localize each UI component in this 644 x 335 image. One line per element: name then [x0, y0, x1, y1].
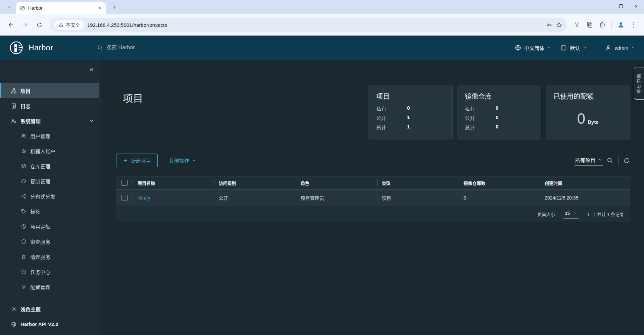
cell-role: 项目管理员 — [296, 194, 377, 201]
maximize-button[interactable] — [613, 0, 629, 12]
sidebar-item-registries[interactable]: 仓库管理 — [0, 159, 101, 174]
row-checkbox[interactable] — [121, 195, 128, 201]
tab-close-button[interactable]: × — [97, 5, 103, 11]
quota-summary-card: 已使用的配额 0 Byte — [546, 86, 630, 139]
main-content: 项目 项目 私有0 公开1 总计1 镜像仓库 私有0 公开0 总计0 — [101, 60, 644, 335]
plus-icon — [123, 158, 128, 163]
tab-search-button[interactable] — [4, 2, 14, 12]
harbor-brand[interactable]: Harbor — [0, 36, 70, 60]
chevron-down-icon — [89, 118, 94, 123]
sidebar-footer: 浅色主题 Harbor API V2.0 — [0, 301, 101, 335]
column-header-type[interactable]: 类型 — [377, 176, 459, 189]
sidebar-item-user-management[interactable]: 用户管理 — [0, 128, 101, 144]
page-size-select[interactable]: 15 — [563, 210, 578, 219]
language-selector[interactable]: 中文简体 — [514, 44, 551, 51]
project-scope-select[interactable]: 所有项目 — [575, 155, 603, 166]
extensions-puzzle-icon[interactable] — [597, 19, 608, 31]
tab-title: Harbor — [28, 5, 94, 11]
sidebar-item-distribution[interactable]: 分布式分发 — [0, 189, 101, 204]
address-bar[interactable]: 不安全 192.168.4.250:5001/harbor/projects — [50, 18, 567, 32]
sidebar-item-projects[interactable]: 项目 — [0, 83, 99, 98]
sidebar-item-interrogation-services[interactable]: 审查服务 — [0, 234, 101, 249]
globe-icon — [514, 44, 522, 51]
collapse-sidebar-icon[interactable]: « — [90, 65, 93, 73]
table-row[interactable]: library 公开 项目管理员 项目 0 2024/11/8 20:35 — [116, 189, 630, 206]
toolbar-separator — [618, 156, 618, 166]
column-header-created[interactable]: 创建时间 — [540, 176, 630, 189]
user-name: admin — [614, 45, 628, 51]
chevron-down-icon — [583, 46, 587, 50]
minimize-button[interactable]: – — [598, 0, 613, 12]
copy-pages-icon[interactable] — [584, 19, 595, 31]
sun-icon — [11, 306, 17, 312]
sidebar-nav: 项目 日志 系统管理 用户管理 机器人账户 仓库管理 — [0, 79, 101, 301]
warning-icon — [58, 22, 64, 27]
new-tab-button[interactable] — [109, 2, 119, 12]
action-bar: 新建项目 其他操作 所有项目 — [116, 154, 630, 167]
url-text[interactable]: 192.168.4.250:5001/harbor/projects — [87, 22, 542, 28]
forward-icon[interactable] — [19, 18, 32, 31]
brand-name: Harbor — [29, 43, 53, 52]
browser-menu-icon[interactable]: ⋮ — [628, 19, 639, 31]
sidebar-item-configuration[interactable]: 配置管理 — [0, 279, 101, 294]
new-project-button[interactable]: 新建项目 — [116, 154, 158, 167]
language-label: 中文简体 — [524, 44, 544, 51]
extension-v-icon[interactable]: V — [571, 19, 583, 31]
shield-icon — [21, 239, 27, 244]
summary-cards: 项目 私有0 公开1 总计1 镜像仓库 私有0 公开0 总计0 — [368, 86, 630, 139]
close-button[interactable]: × — [629, 0, 644, 12]
table-search-icon[interactable] — [606, 157, 613, 164]
page-title: 项目 — [123, 90, 143, 105]
sidebar-item-project-quotas[interactable]: 项目定额 — [0, 219, 101, 234]
security-label: 不安全 — [66, 21, 80, 28]
reload-icon[interactable] — [33, 18, 46, 31]
project-link[interactable]: library — [138, 195, 150, 201]
harbor-api-link[interactable]: Harbor API V2.0 — [0, 317, 101, 332]
users-icon — [21, 133, 27, 139]
back-icon[interactable] — [5, 18, 17, 31]
table-footer: 页面大小 15 1 - 1 共计 1 条记录 — [116, 206, 630, 222]
cube-icon — [21, 163, 27, 169]
event-log-label: 事件日志 — [636, 73, 642, 94]
password-key-icon[interactable] — [546, 21, 552, 28]
search-input[interactable] — [106, 45, 247, 51]
harbor-logo-icon — [9, 40, 24, 55]
cell-type: 项目 — [377, 194, 459, 201]
browser-toolbar: 不安全 192.168.4.250:5001/harbor/projects V… — [0, 14, 644, 36]
sidebar-item-garbage-collection[interactable]: 清理服务 — [0, 249, 101, 264]
projects-table: 项目名称 访问级别 角色 类型 镜像仓库数 创建时间 library 公开 项目… — [116, 176, 630, 222]
harbor-header: Harbor 中文简体 默认 admin — [0, 36, 644, 60]
event-log-tab[interactable]: 事件日志 — [634, 67, 644, 100]
other-actions-dropdown[interactable]: 其他操作 — [169, 157, 196, 164]
profile-avatar-icon[interactable] — [615, 19, 627, 31]
sidebar-item-robot-accounts[interactable]: 机器人账户 — [0, 144, 101, 159]
page-size-label: 页面大小 — [537, 211, 555, 217]
refresh-icon[interactable] — [623, 157, 630, 164]
bookmark-star-icon[interactable] — [556, 21, 562, 28]
column-header-role[interactable]: 角色 — [296, 176, 377, 189]
security-chip[interactable]: 不安全 — [54, 20, 84, 30]
calendar-icon — [560, 44, 567, 51]
column-header-access[interactable]: 访问级别 — [214, 176, 296, 189]
sidebar-item-replications[interactable]: 复制管理 — [0, 174, 101, 189]
sidebar-item-logs[interactable]: 日志 — [0, 98, 101, 113]
light-theme-toggle[interactable]: 浅色主题 — [0, 301, 101, 317]
header-divider — [70, 40, 70, 55]
sidebar-item-system-admin[interactable]: 系统管理 — [0, 113, 101, 128]
column-header-repo-count[interactable]: 镜像仓库数 — [459, 176, 540, 189]
chevron-down-icon — [631, 46, 635, 50]
preset-selector[interactable]: 默认 — [560, 44, 587, 51]
header-actions: 中文简体 默认 admin — [514, 40, 644, 55]
sidebar: « 项目 日志 系统管理 用户管理 机器人账户 — [0, 60, 101, 335]
sidebar-collapse-row: « — [0, 60, 101, 79]
sidebar-item-labels[interactable]: 标签 — [0, 204, 101, 219]
sidebar-item-job-center[interactable]: 任务中心 — [0, 264, 101, 279]
harbor-favicon-icon — [19, 5, 25, 11]
column-header-name[interactable]: 项目名称 — [133, 176, 214, 189]
logs-icon — [11, 103, 17, 109]
user-menu[interactable]: admin — [605, 44, 635, 51]
repositories-summary-card: 镜像仓库 私有0 公开0 总计0 — [457, 86, 541, 139]
browser-tab[interactable]: Harbor × — [16, 2, 106, 14]
chevron-down-icon — [547, 46, 551, 50]
select-all-checkbox[interactable] — [121, 180, 128, 186]
